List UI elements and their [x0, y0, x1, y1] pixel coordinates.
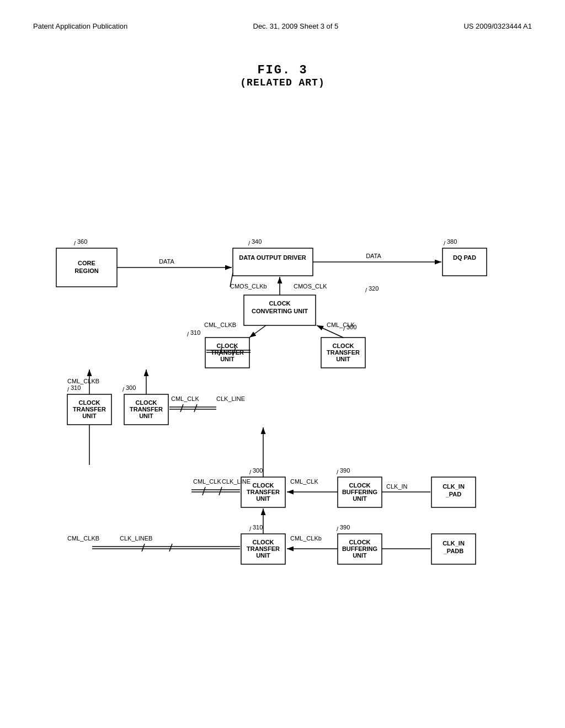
core-region-text1: CORE — [78, 260, 95, 266]
fig-line1: FIG. 3 — [0, 63, 565, 77]
clk-in-pad-text1: CLK_IN — [443, 483, 465, 490]
ref-300-ll-slash: / — [122, 386, 125, 393]
cbu-bot-text3: UNIT — [353, 552, 367, 559]
label-cmos-clk: CMOS_CLK — [294, 283, 327, 290]
ref-340: 340 — [252, 238, 262, 245]
ctu-right-upper-text1: CLOCK — [332, 342, 354, 349]
dq-pad-box — [443, 248, 487, 276]
clock-converting-text2: CONVERTING UNIT — [252, 308, 308, 314]
clock-converting-text1: CLOCK — [269, 300, 290, 307]
ref-310-ll-slash: / — [67, 386, 70, 393]
ref-390-bot: 390 — [340, 524, 350, 531]
clk-line-slash1 — [180, 404, 183, 412]
ctu-bc-text1: CLOCK — [252, 482, 274, 489]
ctu-bot-text2: TRANSFER — [247, 545, 280, 552]
ctu-ll-text1: CLOCK — [78, 399, 100, 406]
ctu-right-upper-text3: UNIT — [336, 356, 350, 362]
ctu-bot-text3: UNIT — [256, 552, 270, 559]
cbu-ru-text1: CLOCK — [349, 482, 370, 489]
ref-310ul-slash: / — [187, 331, 189, 338]
ref-310ul: 310 — [190, 329, 200, 336]
label-clk-in: CLK_IN — [386, 483, 408, 490]
clk-in-padb-text2: _PADB — [443, 548, 464, 554]
label-cml-clk-b2: CML_CLK — [193, 478, 221, 485]
ctu-ll-text3: UNIT — [82, 413, 97, 419]
diagram-svg: / 360 CORE REGION / 340 DATA OUTPUT DRIV… — [34, 99, 531, 596]
ref-360-slash: / — [74, 240, 76, 247]
header: Patent Application Publication Dec. 31, … — [0, 0, 565, 41]
diagram-container: / 360 CORE REGION / 340 DATA OUTPUT DRIV… — [34, 99, 531, 596]
clk-line-b-slash2 — [219, 487, 222, 495]
ref-360: 360 — [77, 238, 87, 245]
ref-390-ru: 390 — [340, 467, 350, 474]
ctu-right-upper-text2: TRANSFER — [327, 349, 360, 356]
label-cml-clkb-lower: CML_CLKB — [67, 378, 99, 384]
ctu-lc-text1: CLOCK — [135, 399, 157, 406]
header-right: US 2009/0323444 A1 — [463, 22, 532, 30]
ctu-bot-text1: CLOCK — [252, 539, 274, 545]
ctu-ll-text2: TRANSFER — [73, 406, 106, 413]
arrow-ccu-to-ctu-l — [249, 325, 266, 338]
label-cml-clk-bc: CML_CLK — [290, 478, 318, 485]
figure-title: FIG. 3 (RELATED ART) — [0, 63, 565, 88]
label-cmos-clkb: CMOS_CLKb — [230, 283, 267, 290]
ref-300-bc: 300 — [253, 467, 263, 474]
label-cml-clk-lower: CML_CLK — [171, 395, 199, 402]
cbu-bot-text1: CLOCK — [349, 539, 370, 545]
ref-310-bot: 310 — [253, 524, 263, 531]
ref-380: 380 — [447, 238, 457, 245]
label-clk-lineb-bot: CLK_LINEB — [120, 535, 152, 542]
ctu-lc-text2: TRANSFER — [130, 406, 163, 413]
ref-310-ll: 310 — [71, 384, 81, 391]
ref-320: 320 — [369, 285, 379, 292]
ctu-bc-text3: UNIT — [256, 495, 270, 502]
ref-390-ru-slash: / — [337, 469, 339, 475]
clk-in-padb-text1: CLK_IN — [443, 540, 465, 547]
cbu-ru-text3: UNIT — [353, 495, 367, 502]
ctu-left-upper-text3: UNIT — [220, 356, 234, 362]
dq-pad-text1: DQ PAD — [453, 254, 476, 261]
cbu-ru-text2: BUFFERING — [342, 489, 377, 495]
data-output-driver-text1: DATA OUTPUT DRIVER — [239, 254, 306, 261]
ref-390-bot-slash: / — [337, 526, 339, 532]
label-cml-clkb-l: CML_CLKB — [204, 322, 236, 328]
label-clk-line-b2: CLK_LINE — [222, 478, 250, 485]
fig-line2: (RELATED ART) — [0, 77, 565, 88]
clk-in-pad-text2: _PAD — [445, 491, 462, 497]
header-center: Dec. 31, 2009 Sheet 3 of 5 — [253, 22, 339, 30]
ref-300-bc-slash: / — [249, 469, 252, 475]
clk-lineb-bot-slash2 — [169, 544, 172, 552]
ref-310-bot-slash: / — [249, 526, 252, 532]
cbu-bot-text2: BUFFERING — [342, 545, 377, 552]
clk-line-slash2 — [194, 404, 197, 412]
ctu-lc-text3: UNIT — [139, 413, 153, 419]
ref-300-ll: 300 — [126, 384, 136, 391]
label-data1: DATA — [159, 258, 174, 265]
label-cml-clkb-bot: CML_CLKb — [290, 535, 322, 542]
label-cml-clk-r: CML_CLK — [327, 322, 355, 328]
ref-320-slash: / — [365, 287, 367, 293]
label-cml-clkb-bot-left: CML_CLKB — [67, 535, 99, 542]
ctu-bc-text2: TRANSFER — [247, 489, 280, 495]
page: Patent Application Publication Dec. 31, … — [0, 0, 565, 728]
clk-lineb-bot-slash1 — [142, 544, 145, 552]
ref-380-slash: / — [444, 240, 446, 247]
core-region-text2: REGION — [74, 267, 98, 274]
ref-340-slash: / — [248, 240, 250, 247]
header-left: Patent Application Publication — [33, 22, 127, 30]
data-output-driver-box — [233, 248, 313, 276]
label-clk-line-lower: CLK_LINE — [216, 395, 245, 402]
ctu-left-upper-text1: CLOCK — [216, 342, 238, 349]
clk-line-b-slash1 — [202, 487, 205, 495]
label-data2: DATA — [366, 253, 381, 259]
